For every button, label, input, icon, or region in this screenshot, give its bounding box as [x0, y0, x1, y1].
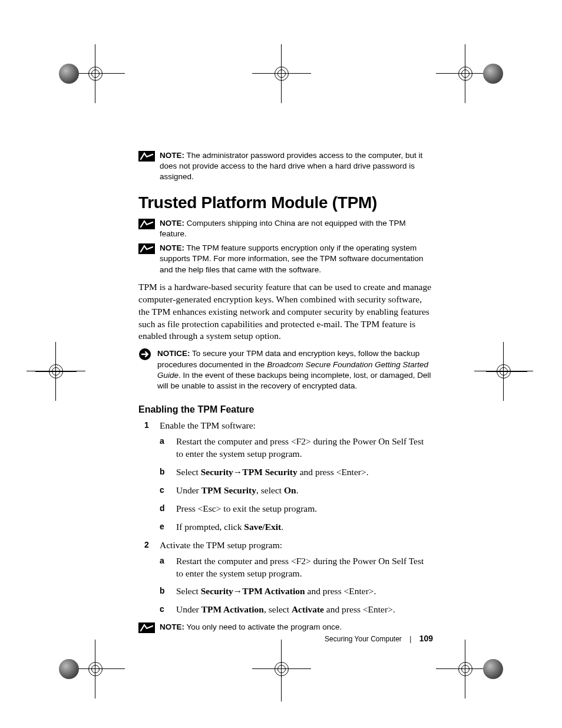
step-1e: If prompted, click Save/Exit. [160, 521, 433, 533]
body-paragraph: TPM is a hardware-based security feature… [138, 281, 433, 343]
footer-page-number: 109 [419, 634, 433, 643]
steps-list: Enable the TPM software: Restart the com… [138, 420, 433, 616]
step-1d: Press <Esc> to exit the setup program. [160, 503, 433, 515]
heading-tpm: Trusted Platform Module (TPM) [138, 193, 433, 212]
step-2c: Under TPM Activation, select Activate an… [160, 604, 433, 616]
sphere-icon [59, 659, 79, 679]
notice-backup: NOTICE: To secure your TPM data and encr… [138, 348, 433, 391]
note-china: NOTE: Computers shipping into China are … [138, 218, 433, 239]
note-text: NOTE: You only need to activate the prog… [160, 622, 433, 633]
step-1: Enable the TPM software: Restart the com… [138, 420, 433, 533]
subheading-enabling: Enabling the TPM Feature [138, 404, 433, 415]
registration-mark-icon [486, 354, 521, 389]
note-icon [138, 622, 155, 633]
step-2a: Restart the computer and press <F2> duri… [160, 555, 433, 580]
step-1a: Restart the computer and press <F2> duri… [160, 436, 433, 460]
step-2: Activate the TPM setup program: Restart … [138, 539, 433, 617]
note-text: NOTE: The TPM feature supports encryptio… [160, 243, 433, 275]
registration-mark-icon [78, 56, 113, 91]
notice-icon [138, 348, 151, 361]
registration-mark-icon [448, 651, 483, 687]
note-admin-password: NOTE: The administrator password provide… [138, 150, 433, 183]
note-text: NOTE: Computers shipping into China are … [160, 218, 433, 239]
page-footer: Securing Your Computer | 109 [138, 634, 433, 643]
step-1c: Under TPM Security, select On. [160, 485, 433, 497]
note-os-support: NOTE: The TPM feature supports encryptio… [138, 243, 433, 275]
step-1b: Select Security→TPM Security and press <… [160, 466, 433, 479]
note-icon [138, 151, 155, 162]
note-activate-once: NOTE: You only need to activate the prog… [138, 622, 433, 633]
sphere-icon [59, 64, 79, 84]
registration-mark-icon [264, 56, 299, 91]
sphere-icon [483, 64, 503, 84]
note-icon [138, 243, 155, 254]
footer-section: Securing Your Computer [325, 635, 402, 643]
sphere-icon [483, 659, 503, 679]
footer-separator: | [409, 635, 411, 643]
registration-mark-icon [448, 56, 483, 91]
note-icon [138, 219, 155, 229]
step-2b: Select Security→TPM Activation and press… [160, 585, 433, 598]
notice-text: NOTICE: To secure your TPM data and encr… [157, 348, 433, 391]
page-content: NOTE: The administrator password provide… [138, 150, 433, 637]
registration-mark-icon [38, 354, 74, 389]
registration-mark-icon [264, 651, 299, 687]
note-text: NOTE: The administrator password provide… [160, 150, 433, 183]
registration-mark-icon [78, 651, 113, 687]
